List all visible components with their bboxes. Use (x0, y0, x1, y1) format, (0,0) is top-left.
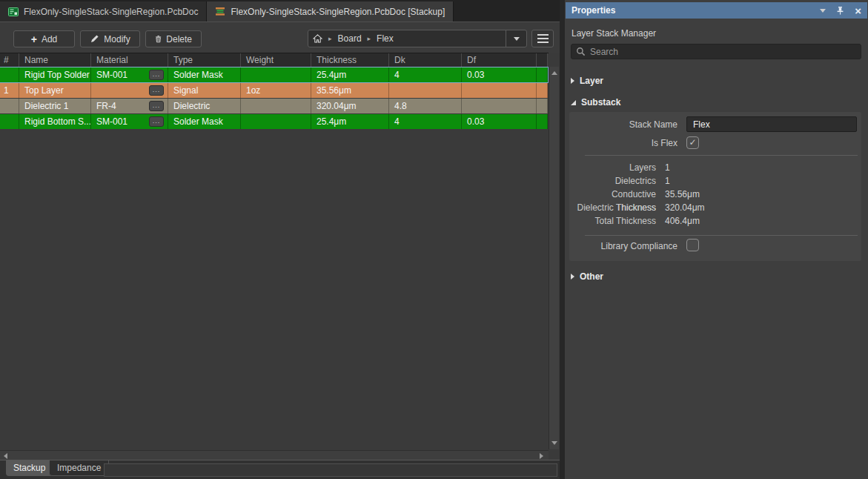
toolbar: + Add Modify Delete (0, 22, 560, 53)
section-other[interactable]: Other (571, 271, 603, 282)
table-row[interactable]: Dielectric 1 FR-4 ... Dielectric 320.04μ… (0, 99, 548, 113)
cell-df[interactable]: 0.03 (462, 114, 537, 129)
panel-splitter[interactable] (560, 0, 565, 479)
breadcrumb-dropdown-button[interactable] (506, 30, 526, 47)
table-row[interactable]: Rigid Bottom S... SM-001 ... Solder Mask… (0, 114, 548, 129)
properties-panel: Properties × Layer Stack Manager (565, 0, 868, 479)
home-icon (313, 34, 322, 43)
cell-thickness[interactable]: 25.4μm (311, 67, 389, 82)
tab-stackup[interactable]: Stackup (6, 460, 53, 476)
cell-num[interactable] (0, 114, 19, 129)
delete-button-label: Delete (166, 34, 192, 44)
column-header-num: # (0, 53, 19, 67)
table-row[interactable]: Rigid Top Solder SM-001 ... Solder Mask … (0, 67, 548, 82)
menu-icon (537, 34, 549, 36)
modify-button-label: Modify (104, 34, 130, 44)
panel-chevron-down-icon[interactable] (820, 9, 826, 13)
stat-layers: Layers 1 (569, 161, 861, 174)
cell-thickness[interactable]: 25.4μm (311, 114, 389, 129)
cell-dk[interactable]: 4.8 (389, 99, 462, 113)
cell-df[interactable] (462, 99, 537, 113)
trash-icon (155, 34, 162, 44)
cell-spare (537, 114, 548, 129)
cell-df[interactable]: 0.03 (462, 67, 537, 82)
doc-tab-label: FlexOnly-SingleStack-SingleRegion.PcbDoc (24, 7, 198, 17)
stack-name-label: Stack Name (569, 119, 677, 130)
section-label: Substack (581, 97, 620, 108)
section-layer[interactable]: Layer (571, 76, 603, 86)
cell-type[interactable]: Solder Mask (168, 114, 241, 129)
column-header-name: Name (19, 53, 91, 67)
separator (585, 235, 858, 236)
horizontal-scrollbar[interactable] (0, 450, 549, 460)
add-button[interactable]: + Add (13, 30, 75, 47)
layer-stack-manager-window: FlexOnly-SingleStack-SingleRegion.PcbDoc… (0, 0, 868, 479)
stack-name-input[interactable] (686, 116, 857, 132)
cell-spare (537, 67, 548, 82)
cell-material[interactable]: FR-4 ... (91, 99, 168, 113)
modify-button[interactable]: Modify (80, 30, 140, 47)
panel-subtitle: Layer Stack Manager (572, 28, 656, 39)
vertical-scrollbar[interactable] (549, 67, 559, 449)
breadcrumb-item-label: Board (338, 33, 362, 44)
section-substack[interactable]: Substack (571, 97, 620, 108)
cell-weight[interactable] (241, 114, 311, 129)
scroll-right-icon[interactable] (540, 453, 543, 459)
cell-name[interactable]: Top Layer (19, 83, 91, 98)
cell-name[interactable]: Rigid Bottom S... (19, 114, 91, 129)
material-picker-button[interactable]: ... (149, 101, 164, 111)
search-input[interactable] (590, 47, 856, 57)
cell-name[interactable]: Rigid Top Solder (19, 67, 91, 82)
tab-pcbdoc-stackup[interactable]: FlexOnly-SingleStack-SingleRegion.PcbDoc… (207, 1, 454, 22)
cell-num[interactable] (0, 67, 19, 82)
cell-thickness[interactable]: 35.56μm (311, 83, 389, 98)
breadcrumb-arrow-icon: ▸ (366, 35, 373, 42)
cell-weight[interactable] (241, 99, 311, 113)
cell-df[interactable] (462, 83, 537, 98)
table-row[interactable]: 1 Top Layer ... Signal 1oz 35.56μm (0, 83, 548, 98)
stackup-doc-icon (215, 7, 225, 16)
tab-pcbdoc[interactable]: FlexOnly-SingleStack-SingleRegion.PcbDoc (0, 1, 207, 22)
scroll-down-icon[interactable] (551, 441, 557, 445)
document-tab-bar: FlexOnly-SingleStack-SingleRegion.PcbDoc… (0, 0, 560, 22)
cell-type[interactable]: Dielectric (168, 99, 241, 113)
scroll-left-icon[interactable] (4, 453, 7, 459)
cell-name[interactable]: Dielectric 1 (19, 99, 91, 113)
stat-dielectrics: Dielectrics 1 (569, 174, 861, 188)
material-picker-button[interactable]: ... (149, 116, 164, 127)
close-icon[interactable]: × (855, 5, 861, 16)
cell-material[interactable]: ... (91, 83, 168, 98)
pin-icon[interactable] (835, 6, 845, 16)
menu-button[interactable] (531, 30, 554, 47)
cell-spare (537, 83, 548, 98)
cell-dk[interactable]: 4 (389, 114, 462, 129)
table-header-row: # Name Material Type Weight Thickness Dk… (0, 53, 548, 67)
cell-weight[interactable]: 1oz (241, 83, 311, 98)
cell-type[interactable]: Solder Mask (168, 67, 241, 82)
breadcrumb-item-board[interactable]: Board (334, 30, 366, 47)
check-icon: ✓ (689, 137, 696, 148)
breadcrumb-home[interactable] (308, 30, 327, 47)
cell-material[interactable]: SM-001 ... (91, 114, 168, 129)
separator (585, 155, 858, 156)
library-compliance-checkbox[interactable]: ✓ (686, 239, 699, 251)
stat-conductive-thickness: Conductive Thickness 35.56μm (569, 188, 861, 201)
cell-material[interactable]: SM-001 ... (91, 67, 168, 82)
breadcrumb-item-flex[interactable]: Flex (372, 30, 398, 47)
cell-num[interactable]: 1 (0, 83, 19, 98)
is-flex-checkbox[interactable]: ✓ (686, 136, 699, 149)
column-header-dk: Dk (389, 53, 462, 67)
cell-thickness[interactable]: 320.04μm (311, 99, 389, 113)
cell-spare (537, 99, 548, 113)
cell-weight[interactable] (241, 67, 311, 82)
material-picker-button[interactable]: ... (149, 85, 164, 96)
scroll-up-icon[interactable] (551, 71, 557, 75)
cell-dk[interactable]: 4 (389, 67, 462, 82)
cell-type[interactable]: Signal (168, 83, 241, 98)
delete-button[interactable]: Delete (145, 30, 202, 47)
cell-dk[interactable] (389, 83, 462, 98)
material-picker-button[interactable]: ... (149, 70, 164, 80)
cell-num[interactable] (0, 99, 19, 113)
section-label: Layer (580, 76, 603, 86)
tab-impedance[interactable]: Impedance (49, 460, 109, 476)
